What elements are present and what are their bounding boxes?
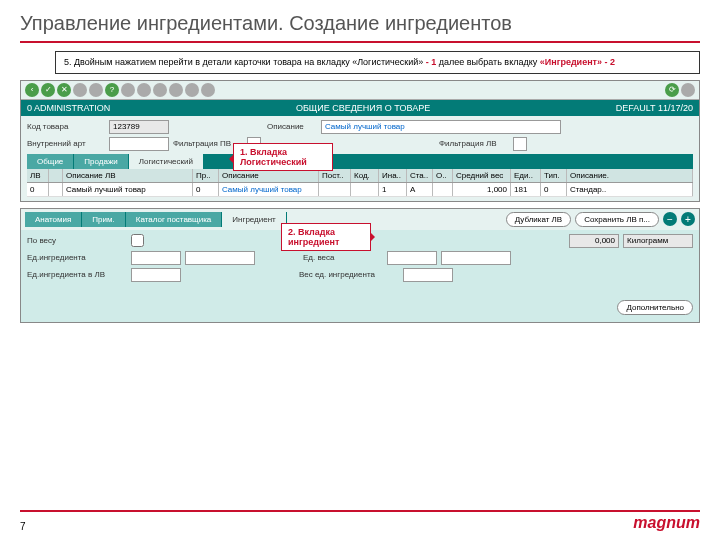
tab-sales[interactable]: Продажи [74, 154, 128, 169]
ok-icon[interactable]: ✓ [41, 83, 55, 97]
duplicate-button[interactable]: Дубликат ЛВ [506, 212, 571, 227]
t1: Двойным нажатием перейти в детали карточ… [72, 57, 426, 67]
tb-icon[interactable] [153, 83, 167, 97]
w-unit-input[interactable] [387, 251, 437, 265]
save-button[interactable]: Сохранить ЛВ п... [575, 212, 659, 227]
step-num: 5. [64, 57, 72, 67]
lv-grid: ЛВ Описание ЛВ Пр.. Описание Пост.. Код.… [27, 169, 693, 197]
desc-label: Описание [267, 122, 317, 131]
w-unit-label: Ед. веса [303, 253, 383, 262]
hdr-left: 0 ADMINISTRATION [27, 103, 110, 113]
tb-icon[interactable] [73, 83, 87, 97]
divider [20, 41, 700, 43]
tabs1: Общие Продажи Логистический [27, 154, 693, 169]
footer-divider [20, 510, 700, 512]
callout-1: 1. Вкладка Логистический [233, 143, 333, 171]
tb-icon[interactable] [681, 83, 695, 97]
ing-lv-label: Ед.ингредиента в ЛВ [27, 270, 127, 279]
tb-icon[interactable] [121, 83, 135, 97]
header-bar: 0 ADMINISTRATION ОБЩИЕ СВЕДЕНИЯ О ТОВАРЕ… [21, 100, 699, 116]
tb-icon[interactable] [89, 83, 103, 97]
tb-icon[interactable] [169, 83, 183, 97]
tab-note[interactable]: Прим. [82, 212, 125, 227]
table-row[interactable]: 0 Самый лучший товар 0 Самый лучший това… [27, 183, 693, 197]
tab-anatomy[interactable]: Анатомия [25, 212, 82, 227]
w-unit-input2[interactable] [441, 251, 511, 265]
hdr-center: ОБЩИЕ СВЕДЕНИЯ О ТОВАРЕ [296, 103, 430, 113]
hdr-right: DEFAULT 11/17/20 [616, 103, 693, 113]
art-label: Внутренний арт [27, 139, 105, 148]
grid-header: ЛВ Описание ЛВ Пр.. Описание Пост.. Код.… [27, 169, 693, 183]
minus-icon[interactable]: − [663, 212, 677, 226]
callout-2: 2. Вкладка ингредиент [281, 223, 371, 251]
tab-supplier-catalog[interactable]: Каталог поставщика [126, 212, 223, 227]
ing-unit-label: Ед.ингредиента [27, 253, 127, 262]
tb-icon[interactable] [201, 83, 215, 97]
weight-value [569, 234, 619, 248]
ingredient-panel: Анатомия Прим. Каталог поставщика Ингред… [20, 208, 700, 323]
code-label: Код товара [27, 122, 105, 131]
flv-label: Фильтрация ЛВ [439, 139, 509, 148]
weight-label: По весу [27, 236, 127, 245]
weight-checkbox[interactable] [131, 234, 144, 247]
w-ing-input[interactable] [403, 268, 453, 282]
desc-input[interactable] [321, 120, 561, 134]
cancel-icon[interactable]: ✕ [57, 83, 71, 97]
footer: 7 magnum [20, 514, 700, 532]
ing-lv-input[interactable] [131, 268, 181, 282]
more-button[interactable]: Дополнительно [617, 300, 693, 315]
tab-general[interactable]: Общие [27, 154, 74, 169]
refresh-icon[interactable]: ⟳ [665, 83, 679, 97]
weight-unit [623, 234, 693, 248]
flv-input[interactable] [513, 137, 527, 151]
back-icon[interactable]: ‹ [25, 83, 39, 97]
tab-logistic[interactable]: Логистический [129, 154, 204, 169]
product-panel: ‹ ✓ ✕ ? ⟳ 0 ADMINISTRATION ОБЩИЕ СВЕДЕНИ… [20, 80, 700, 202]
toolbar: ‹ ✓ ✕ ? ⟳ [21, 81, 699, 100]
instruction-box: 5. Двойным нажатием перейти в детали кар… [55, 51, 700, 74]
logo: magnum [633, 514, 700, 532]
r1: - 1 [426, 57, 437, 67]
tab-ingredient[interactable]: Ингредиент [222, 212, 286, 227]
help-icon[interactable]: ? [105, 83, 119, 97]
form-area: Код товара Описание Внутренний арт Фильт… [21, 116, 699, 201]
tb-icon[interactable] [137, 83, 151, 97]
code-input[interactable] [109, 120, 169, 134]
r2: «Ингредиент» - 2 [540, 57, 615, 67]
tb-icon[interactable] [185, 83, 199, 97]
page-title: Управление ингредиентами. Создание ингре… [0, 0, 720, 41]
ing-unit-input[interactable] [131, 251, 181, 265]
art-input[interactable] [109, 137, 169, 151]
t2: далее выбрать вкладку [436, 57, 539, 67]
ing-unit-input2[interactable] [185, 251, 255, 265]
plus-icon[interactable]: + [681, 212, 695, 226]
w-ing-label: Вес ед. ингредиента [299, 270, 399, 279]
page-number: 7 [20, 521, 26, 532]
